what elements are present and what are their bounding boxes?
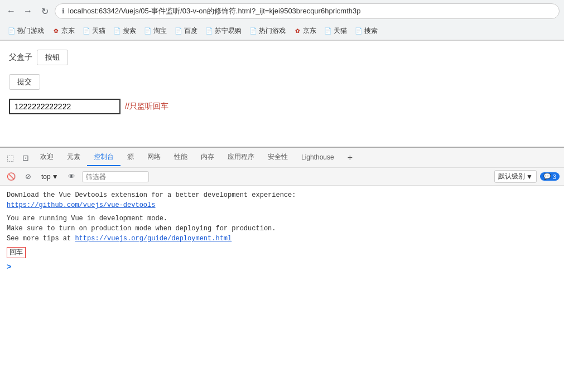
tab-welcome[interactable]: 欢迎 (33, 149, 60, 166)
input-row: //只监听回车 (9, 99, 555, 114)
console-msg-2: You are running Vue in development mode.… (7, 214, 557, 244)
address-text: localhost:63342/Vuejs/05-事件监听/03-v-on的修饰… (68, 6, 360, 16)
tab-memory[interactable]: 内存 (194, 149, 221, 166)
badge-icon: 💬 (543, 173, 551, 180)
devtools-tabs: ⬚ ⊡ 欢迎 元素 控制台 源 网络 性能 内存 应用程序 安全性 Lighth… (0, 148, 564, 168)
chevron-down-icon: ▼ (52, 173, 59, 181)
tab-network[interactable]: 网络 (141, 149, 167, 166)
bookmark-label: 天猫 (334, 26, 347, 36)
bookmark-hotgames-2[interactable]: 📄 热门游戏 (246, 25, 289, 37)
devtools-toolbar: 🚫 ⊘ top ▼ 👁 默认级别 ▼ 💬 3 (0, 168, 564, 186)
console-msg-1: Download the Vue Devtools extension for … (7, 190, 557, 210)
doc-icon: 📄 (8, 27, 16, 35)
tab-console[interactable]: 控制台 (87, 149, 120, 166)
console-output: Download the Vue Devtools extension for … (0, 186, 564, 392)
bookmark-label: 搜索 (123, 26, 136, 36)
btn-primary[interactable]: 按钮 (37, 50, 68, 65)
device-toggle-button[interactable]: ⊡ (18, 150, 33, 166)
add-tab-button[interactable]: + (343, 149, 357, 166)
console-msg-highlighted: 回车 (7, 247, 557, 258)
bookmark-search-2[interactable]: 📄 搜索 (351, 25, 381, 37)
bookmark-label: 热门游戏 (259, 26, 286, 36)
level-label: 默认级别 (498, 172, 525, 181)
bookmark-search-1[interactable]: 📄 搜索 (110, 25, 139, 37)
inspect-element-button[interactable]: ⬚ (2, 150, 18, 166)
block-network-button[interactable]: ⊘ (21, 170, 35, 183)
bookmark-label: 百度 (184, 26, 197, 36)
doc-icon: 📄 (83, 27, 90, 35)
doc-icon: 📄 (324, 27, 332, 35)
console-prompt-row[interactable]: > (7, 262, 557, 273)
bookmark-tmall[interactable]: 📄 天猫 (79, 25, 109, 37)
address-bar[interactable]: ℹ localhost:63342/Vuejs/05-事件监听/03-v-on的… (55, 3, 560, 19)
bookmark-label: 苏宁易购 (215, 26, 242, 36)
bookmark-hotgames-1[interactable]: 📄 热门游戏 (4, 25, 47, 37)
message-badge: 💬 3 (540, 172, 560, 181)
submit-button[interactable]: 提交 (9, 74, 40, 90)
tab-lighthouse[interactable]: Lighthouse (295, 150, 341, 166)
bookmark-label: 热门游戏 (17, 26, 44, 36)
browser-chrome: ← → ↻ ℹ localhost:63342/Vuejs/05-事件监听/03… (0, 0, 564, 41)
devtools-panel: ⬚ ⊡ 欢迎 元素 控制台 源 网络 性能 内存 应用程序 安全性 Lighth… (0, 147, 564, 392)
console-msg-3-text: Make sure to turn on production mode whe… (7, 225, 276, 233)
bookmark-label: 京东 (61, 26, 75, 36)
clear-console-button[interactable]: 🚫 (4, 170, 18, 183)
top-label: top (41, 173, 51, 181)
father-box-label: 父盒子 (9, 52, 32, 62)
highlighted-text: 回车 (7, 247, 26, 258)
bookmark-label: 京东 (303, 26, 316, 36)
filter-input[interactable] (82, 171, 149, 182)
devtools-link-2[interactable]: https://vuejs.org/guide/deployment.html (75, 235, 232, 243)
bookmark-tmall-2[interactable]: 📄 天猫 (321, 25, 350, 37)
bookmark-jd-1[interactable]: ✿ 京东 (49, 25, 78, 37)
tab-performance[interactable]: 性能 (167, 149, 194, 166)
info-icon: ℹ (62, 7, 65, 15)
bookmark-jd-2[interactable]: ✿ 京东 (290, 25, 320, 37)
console-msg-4-text: See more tips at (7, 235, 75, 243)
back-button[interactable]: ← (4, 4, 18, 18)
console-prompt-icon: > (7, 263, 11, 272)
page-area: 父盒子 按钮 提交 //只监听回车 (0, 41, 564, 152)
bookmark-baidu[interactable]: 📄 百度 (171, 25, 201, 37)
tab-sources[interactable]: 源 (120, 149, 141, 166)
console-msg-2-text: You are running Vue in development mode. (7, 215, 167, 222)
browser-nav: ← → ↻ ℹ localhost:63342/Vuejs/05-事件监听/03… (0, 0, 564, 22)
badge-count: 3 (553, 173, 556, 180)
doc-icon: 📄 (249, 27, 257, 35)
refresh-button[interactable]: ↻ (38, 4, 51, 18)
eye-button[interactable]: 👁 (65, 170, 79, 183)
doc-icon: 📄 (205, 27, 213, 35)
tab-application[interactable]: 应用程序 (221, 149, 261, 166)
doc-icon: 📄 (175, 27, 182, 35)
doc-icon: 📄 (355, 27, 363, 35)
bookmark-label: 天猫 (92, 26, 105, 36)
forward-button[interactable]: → (21, 4, 35, 18)
devtools-link-1[interactable]: https://github.com/vuejs/vue-devtools (7, 201, 155, 209)
tab-security[interactable]: 安全性 (261, 149, 295, 166)
text-input[interactable] (9, 99, 120, 114)
doc-icon: 📄 (144, 27, 152, 35)
bookmark-label: 搜索 (364, 26, 378, 36)
comment-text: //只监听回车 (125, 101, 168, 112)
bookmark-suning[interactable]: 📄 苏宁易购 (202, 25, 245, 37)
doc-icon: 📄 (113, 27, 121, 35)
bookmark-taobao[interactable]: 📄 淘宝 (141, 25, 170, 37)
level-dropdown[interactable]: 默认级别 ▼ (494, 170, 537, 183)
bookmark-label: 淘宝 (153, 26, 167, 36)
context-dropdown[interactable]: top ▼ (38, 172, 62, 182)
jd-icon: ✿ (293, 27, 301, 35)
bookmarks-bar: 📄 热门游戏 ✿ 京东 📄 天猫 📄 搜索 📄 淘宝 📄 百度 📄 苏宁易购 � (0, 22, 564, 40)
page-row1: 父盒子 按钮 (9, 50, 555, 65)
tab-elements[interactable]: 元素 (60, 149, 87, 166)
console-msg-1-text: Download the Vue Devtools extension for … (7, 191, 296, 199)
chevron-down-icon: ▼ (526, 173, 533, 181)
jd-icon: ✿ (52, 27, 60, 35)
